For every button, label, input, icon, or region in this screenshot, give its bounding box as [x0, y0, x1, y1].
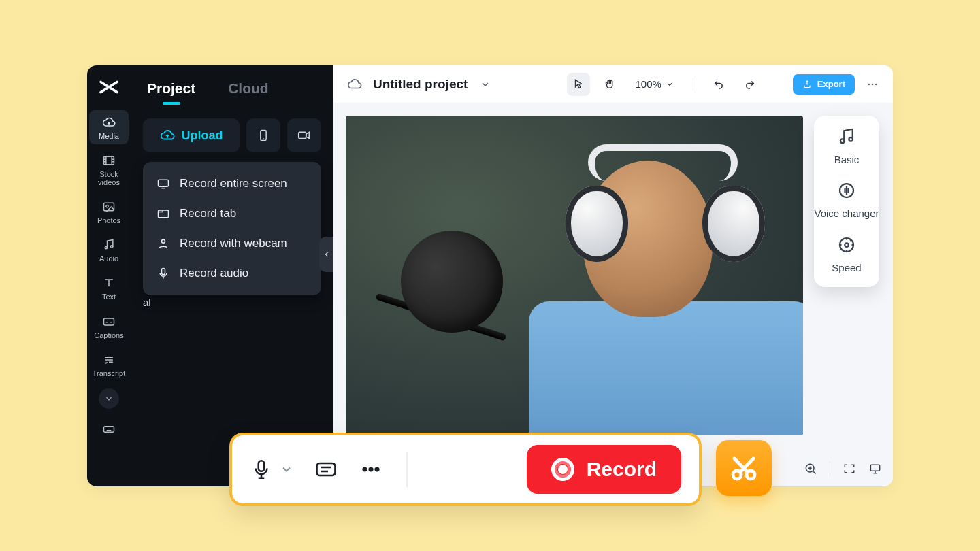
undo-button[interactable] — [707, 73, 730, 96]
panel-project: Project Cloud Upload Record entire scree… — [131, 65, 333, 486]
tool-basic[interactable]: Basic — [834, 127, 860, 165]
tab-project[interactable]: Project — [147, 80, 195, 97]
svg-rect-5 — [104, 318, 114, 325]
rail-audio[interactable]: Audio — [89, 233, 129, 267]
recbar-more-button[interactable] — [359, 457, 383, 482]
svg-point-15 — [875, 83, 877, 85]
thumbnail-label-fragment: al — [143, 297, 151, 308]
svg-rect-12 — [162, 269, 165, 275]
rail-captions[interactable]: Captions — [89, 310, 129, 344]
menu-label: Record with webcam — [180, 237, 287, 250]
svg-point-14 — [872, 83, 874, 85]
preview-illustration — [529, 301, 803, 435]
record-entire-screen[interactable]: Record entire screen — [147, 169, 317, 199]
rail-label: Captions — [94, 331, 123, 339]
separator — [830, 461, 830, 476]
rail-media[interactable]: Media — [89, 110, 129, 144]
upload-from-phone-button[interactable] — [246, 118, 280, 152]
editor-main: Untitled project 100% — [333, 65, 893, 486]
svg-point-4 — [111, 246, 113, 248]
recording-bar: Record — [229, 433, 702, 506]
bottom-toolbar-icons — [804, 455, 882, 482]
separator — [693, 77, 693, 92]
zoom-in-icon[interactable] — [804, 462, 817, 475]
rail-label: Text — [102, 293, 116, 301]
left-rail: Media Stock videos Photos Audio Text Cap… — [87, 65, 131, 486]
rail-label: Stock videos — [89, 170, 129, 186]
hand-tool[interactable] — [598, 73, 621, 96]
svg-point-13 — [868, 83, 870, 85]
record-audio[interactable]: Record audio — [147, 258, 317, 288]
tab-cloud[interactable]: Cloud — [228, 80, 268, 97]
svg-point-27 — [374, 467, 379, 471]
start-record-button[interactable]: Record — [527, 445, 681, 494]
tool-speed[interactable]: Speed — [832, 235, 861, 273]
project-title-chevron-icon[interactable] — [480, 79, 491, 90]
zoom-value: 100% — [635, 78, 661, 90]
rail-text[interactable]: Text — [89, 271, 129, 305]
export-label: Export — [817, 79, 845, 89]
svg-rect-0 — [104, 156, 114, 165]
right-tools-card: Basic Voice changer Speed — [814, 116, 879, 287]
record-dot-icon — [551, 458, 574, 481]
panel-tabs: Project Cloud — [131, 75, 333, 106]
rail-label: Photos — [97, 216, 120, 224]
svg-point-20 — [845, 243, 849, 247]
upload-label: Upload — [182, 129, 223, 143]
more-menu-button[interactable] — [863, 75, 882, 94]
preview-canvas[interactable] — [346, 116, 803, 435]
upload-button[interactable]: Upload — [143, 118, 240, 152]
svg-point-3 — [105, 247, 107, 249]
rail-expand-button[interactable] — [99, 388, 119, 409]
cloud-status-icon[interactable] — [344, 74, 365, 95]
tool-label: Basic — [834, 154, 860, 165]
rail-stock-videos[interactable]: Stock videos — [89, 148, 129, 190]
svg-rect-23 — [259, 461, 265, 471]
tool-label: Voice changer — [814, 207, 879, 219]
fit-screen-icon[interactable] — [843, 462, 856, 475]
panel-collapse-handle[interactable] — [319, 237, 334, 272]
record-tab[interactable]: Record tab — [147, 199, 317, 229]
svg-point-19 — [840, 238, 853, 252]
export-button[interactable]: Export — [793, 74, 855, 95]
project-title[interactable]: Untitled project — [373, 77, 468, 92]
preview-illustration — [566, 186, 628, 262]
svg-point-2 — [106, 205, 108, 207]
rail-label: Transcript — [93, 369, 126, 378]
svg-rect-6 — [104, 427, 114, 432]
svg-point-25 — [362, 467, 367, 471]
tool-voice-changer[interactable]: Voice changer — [814, 180, 879, 219]
panel-actions: Upload — [131, 106, 333, 152]
svg-point-11 — [162, 239, 165, 243]
svg-point-16 — [840, 139, 845, 143]
cursor-tool[interactable] — [567, 73, 590, 96]
teleprompter-button[interactable] — [314, 457, 338, 482]
rail-label: Media — [99, 132, 119, 140]
svg-rect-10 — [159, 210, 169, 218]
record-menu: Record entire screen Record tab Record w… — [143, 162, 321, 295]
app-window: Media Stock videos Photos Audio Text Cap… — [87, 65, 893, 486]
zoom-level[interactable]: 100% — [635, 78, 673, 90]
rail-transcript[interactable]: Transcript — [89, 348, 129, 382]
record-button[interactable] — [287, 118, 321, 152]
app-logo-icon — [97, 75, 121, 99]
scissors-tile[interactable] — [716, 440, 772, 496]
tool-label: Speed — [832, 262, 861, 273]
svg-point-26 — [368, 467, 373, 471]
rail-label: Audio — [99, 254, 118, 263]
menu-label: Record tab — [180, 207, 236, 220]
mic-selector[interactable] — [250, 458, 293, 481]
record-label: Record — [587, 458, 657, 481]
canvas-area — [333, 103, 893, 486]
svg-rect-22 — [870, 465, 879, 471]
present-icon[interactable] — [868, 462, 882, 475]
svg-rect-9 — [159, 180, 169, 186]
menu-label: Record entire screen — [180, 177, 287, 190]
rail-photos[interactable]: Photos — [89, 195, 129, 229]
svg-rect-24 — [317, 463, 336, 475]
rail-keyboard[interactable] — [89, 417, 129, 440]
preview-illustration — [401, 231, 503, 333]
record-with-webcam[interactable]: Record with webcam — [147, 229, 317, 258]
topbar: Untitled project 100% — [333, 65, 893, 103]
redo-button[interactable] — [738, 73, 762, 96]
